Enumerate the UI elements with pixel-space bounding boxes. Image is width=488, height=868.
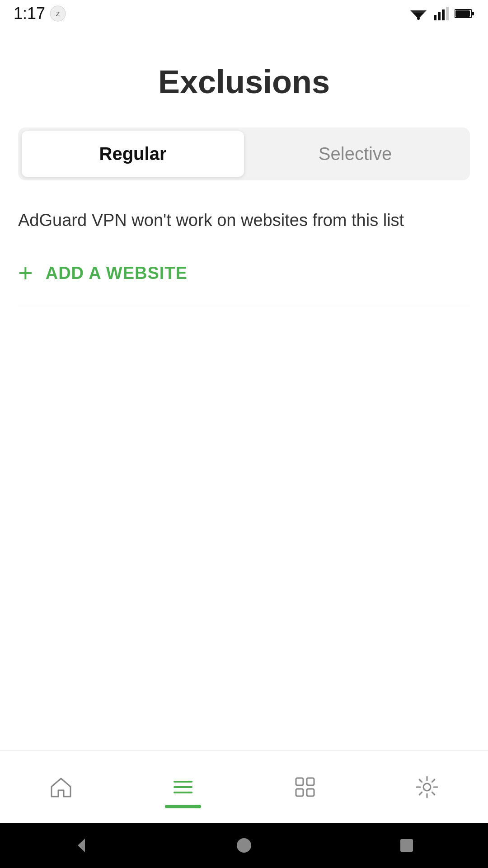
status-bar: 1:17 z	[0, 0, 488, 27]
nav-exclusions[interactable]	[157, 770, 209, 804]
svg-marker-21	[78, 839, 85, 852]
signal-icon	[434, 7, 449, 20]
svg-text:z: z	[56, 9, 60, 18]
svg-point-20	[423, 783, 431, 791]
home-button[interactable]	[235, 836, 253, 854]
nav-apps[interactable]	[279, 770, 331, 804]
nav-home[interactable]	[35, 770, 87, 804]
svg-rect-18	[296, 789, 303, 796]
svg-rect-23	[400, 839, 413, 852]
home-circle-icon	[235, 836, 253, 854]
svg-rect-16	[296, 778, 303, 785]
system-nav	[0, 823, 488, 868]
svg-rect-8	[442, 9, 445, 20]
add-website-button[interactable]: + ADD A WEBSITE	[18, 256, 470, 290]
svg-rect-6	[434, 15, 436, 20]
svg-point-22	[237, 838, 251, 853]
svg-rect-12	[455, 10, 470, 17]
recents-icon	[398, 836, 416, 854]
battery-icon	[455, 8, 474, 19]
wifi-icon	[408, 7, 428, 20]
apps-icon	[293, 775, 317, 799]
exclusions-icon	[171, 775, 195, 799]
recents-button[interactable]	[398, 836, 416, 854]
page-title: Exclusions	[18, 63, 470, 100]
status-time: 1:17	[14, 4, 45, 23]
plus-icon: +	[18, 260, 33, 286]
svg-point-5	[417, 17, 420, 20]
svg-rect-19	[307, 789, 314, 796]
add-website-label: ADD A WEBSITE	[46, 264, 188, 283]
tab-regular[interactable]: Regular	[22, 131, 244, 177]
svg-rect-17	[307, 778, 314, 785]
svg-rect-7	[438, 12, 441, 20]
description-text: AdGuard VPN won't work on websites from …	[18, 208, 470, 233]
svg-rect-11	[472, 12, 474, 15]
back-button[interactable]	[72, 836, 90, 854]
nav-settings[interactable]	[401, 770, 453, 804]
status-right	[408, 7, 474, 20]
content-divider	[18, 304, 470, 304]
svg-rect-9	[446, 7, 449, 20]
back-icon	[72, 836, 90, 854]
adguard-status-icon: z	[50, 5, 66, 22]
status-left: 1:17 z	[14, 4, 66, 23]
tab-selective[interactable]: Selective	[244, 131, 466, 177]
bottom-nav	[0, 750, 488, 823]
tab-switcher: Regular Selective	[18, 127, 470, 180]
home-icon	[49, 775, 73, 799]
main-content: Exclusions Regular Selective AdGuard VPN…	[0, 27, 488, 750]
settings-icon	[415, 775, 439, 799]
